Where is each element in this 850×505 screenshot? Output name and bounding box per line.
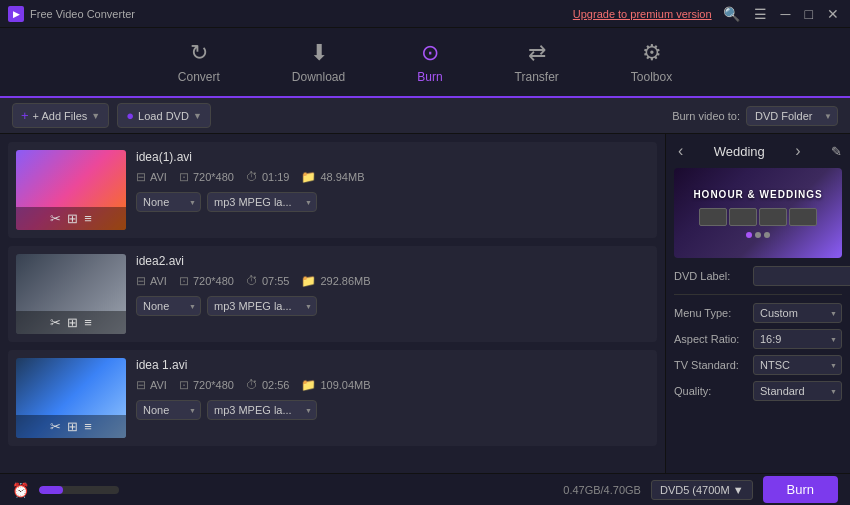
menu-type-wrapper: Custom None	[753, 303, 842, 323]
burn-destination: Burn video to: DVD Folder ISO File DVD D…	[672, 106, 838, 126]
status-bar: ⏰ 0.47GB/4.70GB DVD5 (4700M ▼ Burn	[0, 473, 850, 505]
quality-select[interactable]: Standard High	[753, 381, 842, 401]
dvd-size-label: DVD5 (4700M	[660, 484, 730, 496]
crop-icon[interactable]: ⊞	[67, 211, 78, 226]
add-icon: +	[21, 108, 29, 123]
file-controls: None English mp3 MPEG la... AAC	[136, 400, 649, 420]
toolbar: + + Add Files ▼ ● Load DVD ▼ Burn video …	[0, 98, 850, 134]
form-divider	[674, 294, 842, 295]
audio-format-select[interactable]: mp3 MPEG la... AAC	[207, 192, 317, 212]
audio-format-wrapper: mp3 MPEG la... AAC	[207, 400, 317, 420]
preview-dot-3[interactable]	[764, 232, 770, 238]
menu-type-select[interactable]: Custom None	[753, 303, 842, 323]
nav-item-burn[interactable]: ⊙ Burn	[401, 32, 458, 92]
file-item: ✂ ⊞ ≡ idea(1).avi ⊟ AVI ⊡ 720*480	[8, 142, 657, 238]
panel-prev-button[interactable]: ‹	[674, 142, 687, 160]
scissors-icon[interactable]: ✂	[50, 211, 61, 226]
aspect-ratio-label: Aspect Ratio:	[674, 333, 749, 345]
panel-edit-button[interactable]: ✎	[831, 144, 842, 159]
nav-item-download[interactable]: ⬇ Download	[276, 32, 361, 92]
quality-wrapper: Standard High	[753, 381, 842, 401]
dvd-label-input[interactable]	[753, 266, 850, 286]
title-bar: ▶ Free Video Converter Upgrade to premiu…	[0, 0, 850, 28]
panel-next-button[interactable]: ›	[791, 142, 804, 160]
audio-none-select[interactable]: None English	[136, 400, 201, 420]
file-meta: ⊟ AVI ⊡ 720*480 ⏱ 01:19 📁 48.94MB	[136, 170, 649, 184]
burn-video-to-label: Burn video to:	[672, 110, 740, 122]
burn-dest-select[interactable]: DVD Folder ISO File DVD Disc	[746, 106, 838, 126]
file-item: ✂ ⊞ ≡ idea 1.avi ⊟ AVI ⊡ 720*480	[8, 350, 657, 446]
title-bar-right: Upgrade to premium version 🔍 ☰ ─ □ ✕	[573, 6, 842, 22]
add-files-label: + Add Files	[33, 110, 88, 122]
menu-icon[interactable]: ☰	[751, 6, 770, 22]
minimize-button[interactable]: ─	[778, 6, 794, 22]
right-panel: ‹ Wedding › ✎ HONOUR & WEDDINGS	[665, 134, 850, 473]
file-format: ⊟ AVI	[136, 170, 167, 184]
file-thumbnail: ✂ ⊞ ≡	[16, 150, 126, 230]
folder-icon: 📁	[301, 274, 316, 288]
file-format: ⊟ AVI	[136, 274, 167, 288]
crop-icon[interactable]: ⊞	[67, 419, 78, 434]
upgrade-link[interactable]: Upgrade to premium version	[573, 8, 712, 20]
audio-none-select[interactable]: None English	[136, 192, 201, 212]
crop-icon[interactable]: ⊞	[67, 315, 78, 330]
quality-label: Quality:	[674, 385, 749, 397]
file-name: idea(1).avi	[136, 150, 649, 164]
audio-format-select[interactable]: mp3 MPEG la... AAC	[207, 296, 317, 316]
folder-icon: 📁	[301, 378, 316, 392]
load-dvd-label: Load DVD	[138, 110, 189, 122]
audio-none-select[interactable]: None English	[136, 296, 201, 316]
nav-item-toolbox[interactable]: ⚙ Toolbox	[615, 32, 688, 92]
quality-row: Quality: Standard High	[674, 381, 842, 401]
aspect-ratio-select[interactable]: 16:9 4:3	[753, 329, 842, 349]
dvd-size-select[interactable]: DVD5 (4700M ▼	[651, 480, 753, 500]
aspect-ratio-row: Aspect Ratio: 16:9 4:3	[674, 329, 842, 349]
preview-dot-2[interactable]	[755, 232, 761, 238]
file-controls: None English mp3 MPEG la... AAC	[136, 192, 649, 212]
format-icon: ⊟	[136, 378, 146, 392]
transfer-icon: ⇄	[528, 40, 546, 66]
file-resolution: ⊡ 720*480	[179, 274, 234, 288]
file-meta: ⊟ AVI ⊡ 720*480 ⏱ 02:56 📁 109.04MB	[136, 378, 649, 392]
audio-none-wrapper: None English	[136, 296, 201, 316]
toolbox-icon: ⚙	[642, 40, 662, 66]
nav-label-convert: Convert	[178, 70, 220, 84]
nav-item-transfer[interactable]: ⇄ Transfer	[499, 32, 575, 92]
clock-icon: ⏱	[246, 170, 258, 184]
audio-none-wrapper: None English	[136, 400, 201, 420]
convert-icon: ↻	[190, 40, 208, 66]
scissors-icon[interactable]: ✂	[50, 419, 61, 434]
file-thumbnail: ✂ ⊞ ≡	[16, 254, 126, 334]
scissors-icon[interactable]: ✂	[50, 315, 61, 330]
file-controls: None English mp3 MPEG la... AAC	[136, 296, 649, 316]
effects-icon[interactable]: ≡	[84, 211, 92, 226]
clock-icon: ⏱	[246, 378, 258, 392]
panel-preview: HONOUR & WEDDINGS	[674, 168, 842, 258]
panel-form: DVD Label: Menu Type: Custom None Aspect…	[674, 266, 842, 401]
load-dvd-button[interactable]: ● Load DVD ▼	[117, 103, 211, 128]
load-dvd-dropdown-icon: ▼	[193, 111, 202, 121]
main-content: ✂ ⊞ ≡ idea(1).avi ⊟ AVI ⊡ 720*480	[0, 134, 850, 473]
audio-format-select[interactable]: mp3 MPEG la... AAC	[207, 400, 317, 420]
maximize-button[interactable]: □	[802, 6, 816, 22]
nav-label-toolbox: Toolbox	[631, 70, 672, 84]
clock-icon: ⏰	[12, 482, 29, 498]
close-button[interactable]: ✕	[824, 6, 842, 22]
burn-button[interactable]: Burn	[763, 476, 838, 503]
audio-none-wrapper: None English	[136, 192, 201, 212]
effects-icon[interactable]: ≡	[84, 315, 92, 330]
effects-icon[interactable]: ≡	[84, 419, 92, 434]
nav-item-convert[interactable]: ↻ Convert	[162, 32, 236, 92]
add-files-button[interactable]: + + Add Files ▼	[12, 103, 109, 128]
preview-dot-1[interactable]	[746, 232, 752, 238]
file-name: idea2.avi	[136, 254, 649, 268]
search-icon[interactable]: 🔍	[720, 6, 743, 22]
file-resolution: ⊡ 720*480	[179, 170, 234, 184]
nav-label-download: Download	[292, 70, 345, 84]
nav-label-burn: Burn	[417, 70, 442, 84]
app-name: Free Video Converter	[30, 8, 135, 20]
file-info: idea(1).avi ⊟ AVI ⊡ 720*480 ⏱ 01:19	[136, 150, 649, 212]
file-size: 📁 48.94MB	[301, 170, 364, 184]
file-resolution: ⊡ 720*480	[179, 378, 234, 392]
tv-standard-select[interactable]: NTSC PAL	[753, 355, 842, 375]
